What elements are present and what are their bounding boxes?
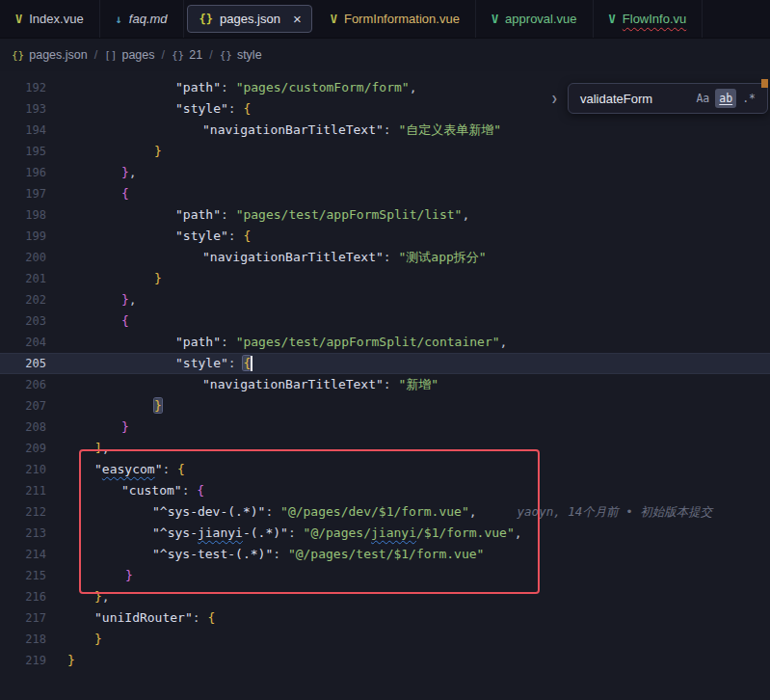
- tab-index-vue[interactable]: V Index.vue: [0, 0, 100, 38]
- line-number: 203: [0, 310, 46, 332]
- code-area: 192"path": "pages/customForm/form",193"s…: [0, 77, 770, 671]
- tab-flowinfo-vue[interactable]: V FlowInfo.vu: [594, 0, 704, 38]
- code-token: :: [228, 356, 244, 370]
- find-input[interactable]: validateForm: [580, 92, 690, 106]
- code-line[interactable]: 198"path": "pages/test/appFormSplit/list…: [0, 204, 770, 226]
- match-case-icon[interactable]: Aa: [692, 89, 713, 108]
- code-token: :: [221, 335, 236, 349]
- code-line[interactable]: 202},: [0, 289, 770, 310]
- code-line[interactable]: 206"navigationBarTitleText": "新增": [0, 374, 770, 395]
- close-icon[interactable]: ×: [293, 12, 302, 26]
- code-line[interactable]: 196},: [0, 162, 770, 183]
- code-line-content: }: [46, 417, 770, 438]
- line-number: 197: [0, 183, 46, 204]
- code-line-content: "path": "pages/test/appFormSplit/contain…: [46, 332, 770, 353]
- code-token: {: [207, 610, 215, 625]
- code-token: ,: [102, 441, 110, 455]
- code-line[interactable]: 213"^sys-jianyi-(.*)": "@/pages/jianyi/$…: [0, 523, 770, 544]
- code-token: jianyi: [198, 525, 243, 540]
- code-line[interactable]: 200"navigationBarTitleText": "测试app拆分": [0, 247, 770, 268]
- regex-icon[interactable]: .*: [738, 89, 759, 108]
- line-number: 208: [0, 417, 46, 438]
- line-number: 195: [0, 141, 46, 162]
- code-line[interactable]: 201}: [0, 268, 770, 289]
- code-token: "pages/test/appFormSplit/container": [236, 335, 500, 349]
- breadcrumb-separator: /: [162, 48, 165, 62]
- code-line[interactable]: 211"custom": {: [0, 480, 770, 501]
- code-token: ,: [462, 207, 469, 222]
- breadcrumb-item-style[interactable]: {} style: [220, 48, 262, 62]
- text-cursor: [251, 356, 252, 371]
- code-token: {: [177, 462, 185, 476]
- code-token: :: [193, 610, 208, 625]
- tab-forminformation-vue[interactable]: V FormInformation.vue: [315, 0, 476, 38]
- vue-icon: V: [331, 13, 337, 26]
- breadcrumb-item-file[interactable]: {} pages.json: [12, 48, 88, 62]
- code-line[interactable]: 219}: [0, 650, 770, 671]
- code-token: "navigationBarTitleText": [202, 250, 384, 264]
- code-token: {: [197, 483, 204, 498]
- code-token: ": [94, 462, 102, 476]
- tab-pages-json[interactable]: {} pages.json ×: [187, 5, 312, 33]
- code-line[interactable]: 214"^sys-test-(.*)": "@/pages/test/$1/fo…: [0, 544, 770, 565]
- code-token: {: [243, 229, 251, 243]
- chevron-right-icon[interactable]: ❯: [551, 93, 563, 105]
- code-line[interactable]: 205"style": {: [0, 353, 770, 374]
- code-token: "@/pages/test/$1/form.vue": [288, 547, 485, 561]
- line-number: 213: [0, 523, 46, 544]
- code-token: :: [384, 250, 399, 264]
- code-token: :: [384, 377, 399, 391]
- code-line[interactable]: 209],: [0, 438, 770, 459]
- code-line-content: "style": {: [46, 353, 770, 374]
- code-token: ,: [129, 292, 137, 307]
- code-line[interactable]: 210"easycom": {: [0, 459, 770, 480]
- code-token: :: [288, 525, 304, 540]
- code-token: }: [94, 589, 102, 604]
- code-line-content: "navigationBarTitleText": "测试app拆分": [46, 247, 770, 268]
- code-line[interactable]: 194"navigationBarTitleText": "自定义表单新增": [0, 120, 770, 141]
- breadcrumb-separator: /: [209, 48, 212, 62]
- breadcrumb-item-21[interactable]: {} 21: [172, 48, 202, 62]
- code-line-content: "navigationBarTitleText": "自定义表单新增": [46, 120, 770, 141]
- json-icon: {}: [199, 13, 213, 26]
- code-line[interactable]: 215}: [0, 565, 770, 586]
- code-line[interactable]: 218}: [0, 629, 770, 650]
- code-editor[interactable]: 192"path": "pages/customForm/form",193"s…: [0, 71, 770, 700]
- markdown-icon: ↓: [116, 13, 122, 26]
- code-line[interactable]: 197{: [0, 183, 770, 204]
- tab-label: FlowInfo.vu: [623, 12, 686, 26]
- code-token: :: [221, 207, 236, 222]
- code-token: ,: [410, 80, 417, 94]
- tab-faq-md[interactable]: ↓ faq.md: [100, 0, 184, 38]
- code-token: "style": [175, 356, 228, 370]
- tab-approval-vue[interactable]: V approval.vue: [476, 0, 594, 38]
- line-number: 214: [0, 544, 46, 565]
- code-line[interactable]: 208}: [0, 417, 770, 438]
- code-token: :: [182, 483, 198, 498]
- whole-word-icon[interactable]: ab: [715, 89, 736, 108]
- code-line[interactable]: 199"style": {: [0, 226, 770, 247]
- code-line-content: }: [46, 268, 770, 289]
- code-token: "pages/test/appFormSplit/list": [236, 207, 463, 222]
- line-number: 207: [0, 395, 46, 417]
- code-token: "path": [175, 207, 221, 222]
- code-line[interactable]: 203{: [0, 310, 770, 332]
- code-line[interactable]: 216},: [0, 586, 770, 607]
- code-token: :: [384, 122, 399, 137]
- code-token: {: [121, 313, 129, 328]
- breadcrumb-label: style: [237, 48, 262, 62]
- code-token: :: [228, 101, 244, 116]
- line-number: 211: [0, 480, 46, 501]
- code-line-content: {: [46, 310, 770, 332]
- code-token: "^sys-: [152, 525, 198, 540]
- breadcrumb-item-pages[interactable]: [] pages: [104, 48, 154, 62]
- line-number: 202: [0, 289, 46, 310]
- code-line[interactable]: 217"uniIdRouter": {: [0, 607, 770, 629]
- code-line[interactable]: 207}: [0, 395, 770, 417]
- code-line[interactable]: 195}: [0, 141, 770, 162]
- code-token: "custom": [121, 483, 182, 498]
- git-blame-annotation: yaoyn, 14个月前 • 初始版本提交: [518, 504, 713, 519]
- code-line-content: {: [46, 183, 770, 204]
- code-line[interactable]: 204"path": "pages/test/appFormSplit/cont…: [0, 332, 770, 353]
- code-line[interactable]: 212"^sys-dev-(.*)": "@/pages/dev/$1/form…: [0, 501, 770, 523]
